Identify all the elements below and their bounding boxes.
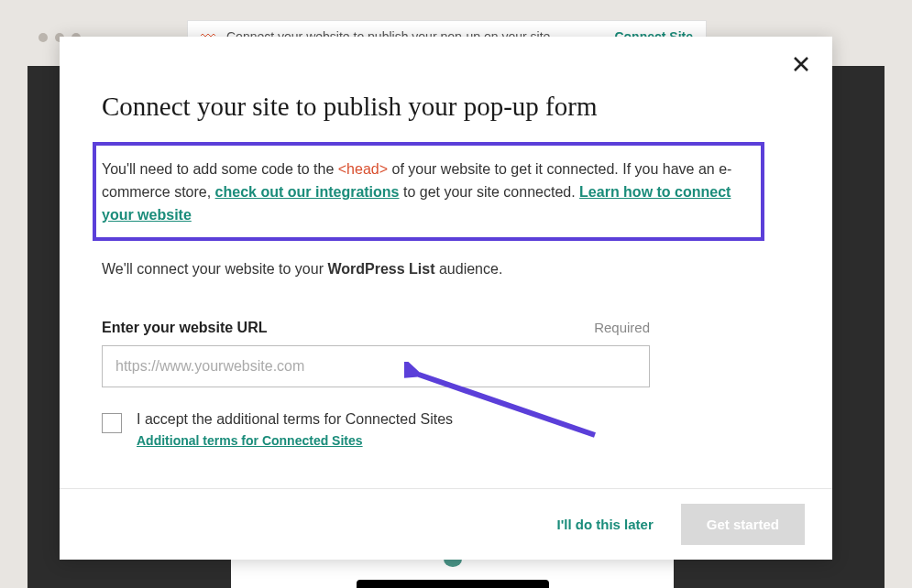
get-started-button[interactable]: Get started	[681, 504, 805, 545]
connect-site-modal: Connect your site to publish your pop-up…	[60, 37, 832, 560]
field-row: Enter your website URL Required	[102, 320, 650, 336]
website-url-input[interactable]	[102, 345, 650, 387]
modal-footer: I'll do this later Get started	[60, 488, 832, 560]
url-field-label: Enter your website URL	[102, 320, 267, 336]
background-strip	[357, 580, 549, 588]
code-tag: <head>	[338, 161, 388, 177]
modal-description: You'll need to add some code to the <hea…	[102, 158, 755, 226]
modal-title: Connect your site to publish your pop-up…	[102, 92, 790, 122]
audience-name: WordPress List	[327, 261, 434, 277]
additional-terms-link[interactable]: Additional terms for Connected Sites	[137, 433, 453, 448]
audience-prefix: We'll connect your website to your	[102, 261, 327, 277]
dot	[38, 33, 48, 42]
desc-text: to get your site connected.	[400, 184, 580, 200]
audience-line: We'll connect your website to your WordP…	[102, 261, 790, 278]
close-icon	[792, 55, 810, 73]
terms-row: I accept the additional terms for Connec…	[102, 411, 790, 448]
audience-suffix: audience.	[435, 261, 503, 277]
description-highlight: You'll need to add some code to the <hea…	[93, 142, 764, 241]
terms-checkbox-label: I accept the additional terms for Connec…	[137, 411, 453, 428]
modal-body: Connect your site to publish your pop-up…	[60, 37, 832, 488]
do-later-link[interactable]: I'll do this later	[557, 517, 654, 532]
required-label: Required	[594, 320, 650, 335]
terms-texts: I accept the additional terms for Connec…	[137, 411, 453, 448]
terms-checkbox[interactable]	[102, 413, 122, 433]
desc-text: You'll need to add some code to the	[102, 161, 338, 177]
close-button[interactable]	[792, 55, 810, 77]
integrations-link[interactable]: check out our integrations	[215, 184, 400, 200]
